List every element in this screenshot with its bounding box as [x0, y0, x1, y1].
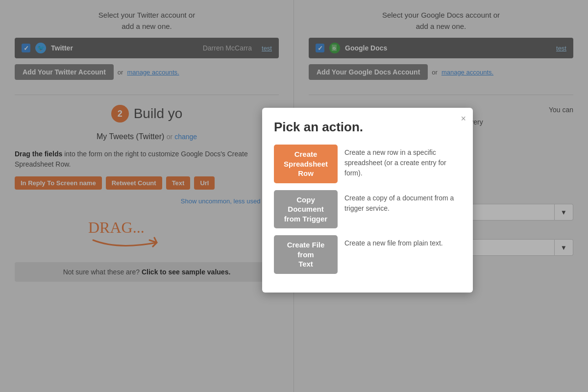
action-row-1: Create Spreadsheet Row Create a new row …	[274, 145, 461, 183]
action-row-2: Copy Document from Trigger Create a copy…	[274, 190, 461, 229]
create-file-btn[interactable]: Create File from Text	[274, 235, 338, 274]
action-desc-2: Create a copy of a document from a trigg…	[344, 190, 461, 214]
create-spreadsheet-row-btn[interactable]: Create Spreadsheet Row	[274, 145, 338, 183]
copy-document-btn[interactable]: Copy Document from Trigger	[274, 190, 338, 229]
action-desc-1: Create a new row in a specific spreadshe…	[344, 145, 461, 178]
action-desc-3: Create a new file from plain text.	[344, 235, 443, 248]
pick-action-modal: × Pick an action. Create Spreadsheet Row…	[262, 108, 473, 293]
modal-title: Pick an action.	[274, 120, 461, 135]
action-row-3: Create File from Text Create a new file …	[274, 235, 461, 274]
modal-overlay[interactable]: × Pick an action. Create Spreadsheet Row…	[0, 0, 588, 392]
modal-close-btn[interactable]: ×	[461, 114, 466, 124]
